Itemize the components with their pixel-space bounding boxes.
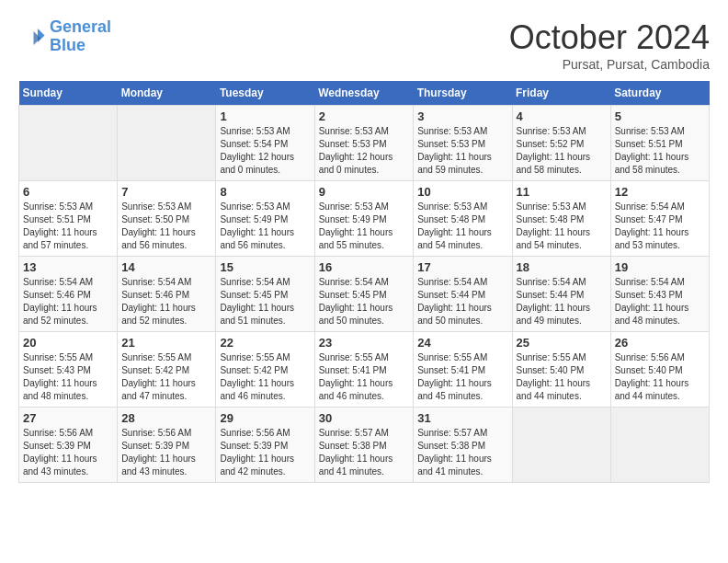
logo: General Blue — [18, 18, 111, 55]
day-number: 9 — [319, 185, 410, 199]
day-info: Sunrise: 5:55 AMSunset: 5:41 PMDaylight:… — [319, 351, 410, 403]
calendar-cell: 3Sunrise: 5:53 AMSunset: 5:53 PMDaylight… — [414, 106, 512, 181]
day-info: Sunrise: 5:54 AMSunset: 5:43 PMDaylight:… — [615, 276, 705, 327]
header-friday: Friday — [512, 81, 610, 106]
day-number: 29 — [220, 411, 310, 425]
day-info: Sunrise: 5:53 AMSunset: 5:49 PMDaylight:… — [319, 201, 410, 252]
day-number: 6 — [23, 185, 113, 199]
calendar-cell: 29Sunrise: 5:56 AMSunset: 5:39 PMDayligh… — [216, 408, 314, 483]
day-number: 31 — [417, 411, 507, 425]
day-number: 28 — [121, 411, 211, 425]
calendar-cell: 18Sunrise: 5:54 AMSunset: 5:44 PMDayligh… — [512, 257, 610, 332]
day-number: 2 — [319, 109, 410, 123]
calendar-cell: 26Sunrise: 5:56 AMSunset: 5:40 PMDayligh… — [610, 332, 709, 408]
day-number: 25 — [517, 336, 607, 350]
calendar-cell: 22Sunrise: 5:55 AMSunset: 5:42 PMDayligh… — [216, 332, 314, 408]
day-info: Sunrise: 5:54 AMSunset: 5:45 PMDaylight:… — [220, 276, 310, 327]
logo-line2: Blue — [50, 36, 85, 54]
day-number: 13 — [23, 260, 113, 274]
month-title: October 2024 — [509, 18, 710, 57]
day-info: Sunrise: 5:57 AMSunset: 5:38 PMDaylight:… — [319, 427, 410, 478]
calendar-cell: 23Sunrise: 5:55 AMSunset: 5:41 PMDayligh… — [314, 332, 414, 408]
week-row-2: 6Sunrise: 5:53 AMSunset: 5:51 PMDaylight… — [19, 181, 710, 257]
day-number: 4 — [517, 109, 607, 123]
calendar-cell: 6Sunrise: 5:53 AMSunset: 5:51 PMDaylight… — [19, 181, 118, 257]
day-number: 24 — [417, 336, 507, 350]
day-info: Sunrise: 5:55 AMSunset: 5:40 PMDaylight:… — [517, 351, 607, 403]
day-info: Sunrise: 5:53 AMSunset: 5:51 PMDaylight:… — [23, 201, 113, 252]
day-number: 22 — [220, 336, 310, 350]
day-number: 17 — [417, 260, 507, 274]
day-info: Sunrise: 5:55 AMSunset: 5:43 PMDaylight:… — [23, 351, 113, 403]
day-info: Sunrise: 5:54 AMSunset: 5:44 PMDaylight:… — [517, 276, 607, 327]
calendar-cell — [610, 408, 709, 483]
day-info: Sunrise: 5:56 AMSunset: 5:40 PMDaylight:… — [615, 351, 705, 403]
week-row-1: 1Sunrise: 5:53 AMSunset: 5:54 PMDaylight… — [19, 106, 710, 181]
location-subtitle: Pursat, Pursat, Cambodia — [509, 57, 710, 72]
calendar-table: SundayMondayTuesdayWednesdayThursdayFrid… — [18, 81, 710, 483]
calendar-cell: 31Sunrise: 5:57 AMSunset: 5:38 PMDayligh… — [414, 408, 512, 483]
calendar-cell: 2Sunrise: 5:53 AMSunset: 5:53 PMDaylight… — [314, 106, 414, 181]
day-info: Sunrise: 5:55 AMSunset: 5:41 PMDaylight:… — [417, 351, 507, 403]
calendar-cell: 30Sunrise: 5:57 AMSunset: 5:38 PMDayligh… — [314, 408, 414, 483]
calendar-cell: 8Sunrise: 5:53 AMSunset: 5:49 PMDaylight… — [216, 181, 314, 257]
day-number: 5 — [615, 109, 705, 123]
header: General Blue October 2024 Pursat, Pursat… — [18, 18, 710, 72]
calendar-cell: 1Sunrise: 5:53 AMSunset: 5:54 PMDaylight… — [216, 106, 314, 181]
calendar-cell: 10Sunrise: 5:53 AMSunset: 5:48 PMDayligh… — [414, 181, 512, 257]
calendar-cell: 4Sunrise: 5:53 AMSunset: 5:52 PMDaylight… — [512, 106, 610, 181]
day-info: Sunrise: 5:54 AMSunset: 5:47 PMDaylight:… — [615, 201, 705, 252]
calendar-cell: 16Sunrise: 5:54 AMSunset: 5:45 PMDayligh… — [314, 257, 414, 332]
day-number: 21 — [121, 336, 211, 350]
day-number: 10 — [417, 185, 507, 199]
svg-marker-0 — [38, 29, 45, 42]
day-info: Sunrise: 5:54 AMSunset: 5:45 PMDaylight:… — [319, 276, 410, 327]
calendar-cell: 20Sunrise: 5:55 AMSunset: 5:43 PMDayligh… — [19, 332, 118, 408]
calendar-cell: 28Sunrise: 5:56 AMSunset: 5:39 PMDayligh… — [118, 408, 216, 483]
header-tuesday: Tuesday — [216, 81, 314, 106]
day-number: 14 — [121, 260, 211, 274]
day-info: Sunrise: 5:56 AMSunset: 5:39 PMDaylight:… — [121, 427, 211, 478]
header-sunday: Sunday — [19, 81, 118, 106]
calendar-cell: 24Sunrise: 5:55 AMSunset: 5:41 PMDayligh… — [414, 332, 512, 408]
logo-line1: General — [50, 17, 111, 36]
day-info: Sunrise: 5:53 AMSunset: 5:53 PMDaylight:… — [319, 125, 410, 177]
logo-icon — [18, 23, 46, 51]
day-info: Sunrise: 5:56 AMSunset: 5:39 PMDaylight:… — [23, 427, 113, 478]
calendar-header-row: SundayMondayTuesdayWednesdayThursdayFrid… — [19, 81, 710, 106]
day-info: Sunrise: 5:55 AMSunset: 5:42 PMDaylight:… — [220, 351, 310, 403]
week-row-5: 27Sunrise: 5:56 AMSunset: 5:39 PMDayligh… — [19, 408, 710, 483]
header-thursday: Thursday — [414, 81, 512, 106]
day-number: 19 — [615, 260, 705, 274]
calendar-cell: 15Sunrise: 5:54 AMSunset: 5:45 PMDayligh… — [216, 257, 314, 332]
day-info: Sunrise: 5:53 AMSunset: 5:52 PMDaylight:… — [517, 125, 607, 177]
day-info: Sunrise: 5:53 AMSunset: 5:48 PMDaylight:… — [517, 201, 607, 252]
calendar-cell: 7Sunrise: 5:53 AMSunset: 5:50 PMDaylight… — [118, 181, 216, 257]
calendar-cell — [118, 106, 216, 181]
day-number: 23 — [319, 336, 410, 350]
calendar-cell — [512, 408, 610, 483]
header-wednesday: Wednesday — [314, 81, 414, 106]
day-info: Sunrise: 5:53 AMSunset: 5:53 PMDaylight:… — [417, 125, 507, 177]
calendar-cell: 12Sunrise: 5:54 AMSunset: 5:47 PMDayligh… — [610, 181, 709, 257]
calendar-cell: 5Sunrise: 5:53 AMSunset: 5:51 PMDaylight… — [610, 106, 709, 181]
calendar-cell: 14Sunrise: 5:54 AMSunset: 5:46 PMDayligh… — [118, 257, 216, 332]
day-number: 26 — [615, 336, 705, 350]
header-saturday: Saturday — [610, 81, 709, 106]
day-info: Sunrise: 5:53 AMSunset: 5:50 PMDaylight:… — [121, 201, 211, 252]
day-number: 16 — [319, 260, 410, 274]
day-info: Sunrise: 5:54 AMSunset: 5:44 PMDaylight:… — [417, 276, 507, 327]
day-info: Sunrise: 5:56 AMSunset: 5:39 PMDaylight:… — [220, 427, 310, 478]
week-row-3: 13Sunrise: 5:54 AMSunset: 5:46 PMDayligh… — [19, 257, 710, 332]
day-number: 18 — [517, 260, 607, 274]
day-number: 27 — [23, 411, 113, 425]
day-number: 30 — [319, 411, 410, 425]
calendar-cell: 13Sunrise: 5:54 AMSunset: 5:46 PMDayligh… — [19, 257, 118, 332]
day-info: Sunrise: 5:53 AMSunset: 5:54 PMDaylight:… — [220, 125, 310, 177]
day-number: 1 — [220, 109, 310, 123]
calendar-cell: 21Sunrise: 5:55 AMSunset: 5:42 PMDayligh… — [118, 332, 216, 408]
day-info: Sunrise: 5:54 AMSunset: 5:46 PMDaylight:… — [23, 276, 113, 327]
day-info: Sunrise: 5:53 AMSunset: 5:49 PMDaylight:… — [220, 201, 310, 252]
day-number: 8 — [220, 185, 310, 199]
day-number: 3 — [417, 109, 507, 123]
